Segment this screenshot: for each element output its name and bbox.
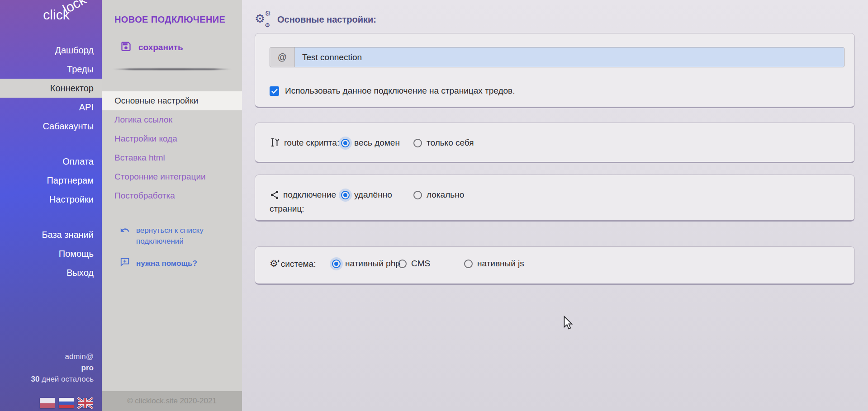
radio-remote-label: удалённо: [354, 190, 392, 200]
pages-connection-label: подключение страниц:: [270, 190, 336, 213]
route-script-card: route скрипта: весь домен только себя: [255, 123, 855, 163]
gear-suggest-icon: ⚙✦: [270, 258, 278, 269]
connection-settings-menu: Основные настройки Логика ссылок Настрой…: [102, 91, 242, 205]
clicklock-logo[interactable]: clicklock: [43, 7, 94, 23]
radio-option-native-php[interactable]: нативный php: [332, 259, 398, 269]
sidebar-item-help[interactable]: Помощь: [0, 244, 102, 263]
account-email: admin@: [0, 351, 94, 362]
radio-option-only-self[interactable]: только себя: [413, 138, 474, 148]
save-icon: [120, 40, 132, 55]
copyright-text: © clicklock.site 2020-2021: [127, 397, 217, 406]
pages-connection-label-wrap: подключение страниц:: [270, 189, 341, 215]
sidebar: clicklock Дашборд Треды Коннектор API Са…: [0, 0, 102, 411]
radio-native-js-label: нативный js: [477, 259, 524, 269]
system-card: ⚙✦система: нативный php CMS нативный js: [255, 246, 855, 285]
radio-remote[interactable]: [341, 191, 350, 199]
need-help-link[interactable]: нужна помощь?: [120, 257, 242, 270]
menu-item-link-logic[interactable]: Логика ссылок: [102, 110, 242, 129]
sidebar-item-knowledge-base[interactable]: База знаний: [0, 225, 102, 244]
add-comment-icon: [120, 257, 130, 270]
share-icon: [270, 190, 280, 203]
polish-flag-icon[interactable]: [40, 398, 55, 408]
section-title: Основные настройки:: [277, 14, 376, 25]
menu-item-code-settings[interactable]: Настройки кода: [102, 129, 242, 148]
connection-panel: НОВОЕ ПОДКЛЮЧЕНИЕ сохранить Основные нас…: [102, 0, 242, 411]
gears-icon: ⚙⚙⚙: [255, 12, 271, 27]
use-on-threads-row[interactable]: Использовать данное подключение на стран…: [270, 86, 844, 96]
account-days-left: 30 дней осталось: [0, 373, 94, 385]
sidebar-nav: Дашборд Треды Коннектор API Сабакаунты О…: [0, 41, 102, 282]
sidebar-item-settings[interactable]: Настройки: [0, 190, 102, 209]
language-switcher: [40, 398, 93, 408]
panel-title: НОВОЕ ПОДКЛЮЧЕНИЕ: [114, 14, 242, 25]
menu-item-main-settings[interactable]: Основные настройки: [102, 91, 242, 110]
panel-divider: [113, 68, 231, 70]
save-button[interactable]: сохранить: [120, 40, 242, 55]
sidebar-item-dashboard[interactable]: Дашборд: [0, 41, 102, 60]
sidebar-item-connector[interactable]: Коннектор: [0, 79, 102, 98]
connection-name-card: @ Использовать данное подключение на стр…: [255, 33, 855, 108]
sidebar-item-subaccounts[interactable]: Сабакаунты: [0, 117, 102, 136]
account-info: admin@ pro 30 дней осталось: [0, 351, 102, 385]
route-script-label: route скрипта:: [284, 138, 339, 147]
menu-item-integrations[interactable]: Сторонние интеграции: [102, 167, 242, 186]
menu-item-postprocessing[interactable]: Постобработка: [102, 186, 242, 205]
menu-item-html-insert[interactable]: Вставка html: [102, 148, 242, 167]
radio-option-native-js[interactable]: нативный js: [464, 259, 524, 269]
undo-icon: [120, 225, 130, 238]
sidebar-item-api[interactable]: API: [0, 98, 102, 117]
sidebar-item-payment[interactable]: Оплата: [0, 152, 102, 171]
sidebar-item-partners[interactable]: Партнерам: [0, 171, 102, 190]
radio-cms[interactable]: [398, 260, 407, 268]
connection-name-input[interactable]: [295, 47, 844, 67]
radio-only-self[interactable]: [413, 139, 422, 147]
radio-option-local[interactable]: локально: [413, 190, 464, 200]
system-label-wrap: ⚙✦система:: [270, 258, 332, 270]
radio-option-remote[interactable]: удалённо: [341, 190, 413, 200]
nav-spacer: [0, 209, 102, 225]
sidebar-item-threads[interactable]: Треды: [0, 60, 102, 79]
save-label: сохранить: [138, 43, 183, 52]
nav-spacer: [0, 136, 102, 152]
main-content: ⚙⚙⚙ Основные настройки: @ Использовать д…: [242, 0, 868, 411]
route-split-icon: [270, 137, 280, 151]
connection-name-input-group: @: [270, 47, 844, 67]
sidebar-item-logout[interactable]: Выход: [0, 263, 102, 282]
radio-native-php[interactable]: [332, 260, 341, 268]
radio-option-whole-domain[interactable]: весь домен: [341, 138, 413, 148]
use-on-threads-checkbox[interactable]: [270, 86, 279, 96]
radio-only-self-label: только себя: [427, 138, 474, 148]
at-prefix: @: [270, 47, 295, 67]
back-to-list-label: вернуться к списку подключений: [136, 225, 209, 247]
account-plan: pro: [0, 362, 94, 373]
mouse-cursor: [564, 317, 574, 332]
radio-whole-domain[interactable]: [341, 139, 350, 147]
need-help-label: нужна помощь?: [136, 258, 197, 269]
radio-native-php-label: нативный php: [345, 259, 400, 269]
radio-cms-label: CMS: [411, 259, 430, 269]
radio-option-cms[interactable]: CMS: [398, 259, 464, 269]
use-on-threads-label: Использовать данное подключение на стран…: [285, 86, 515, 96]
radio-local-label: локально: [427, 190, 464, 200]
pages-connection-card: подключение страниц: удалённо локально: [255, 175, 855, 222]
radio-local[interactable]: [413, 191, 422, 199]
route-script-label-wrap: route скрипта:: [270, 137, 341, 151]
uk-flag-icon[interactable]: [78, 398, 93, 408]
back-to-list-link[interactable]: вернуться к списку подключений: [120, 225, 242, 247]
russian-flag-icon[interactable]: [59, 398, 74, 408]
radio-whole-domain-label: весь домен: [354, 138, 400, 148]
radio-native-js[interactable]: [464, 260, 473, 268]
system-label: система:: [281, 259, 316, 269]
copyright-footer: © clicklock.site 2020-2021: [102, 391, 242, 411]
section-header: ⚙⚙⚙ Основные настройки:: [255, 12, 868, 27]
